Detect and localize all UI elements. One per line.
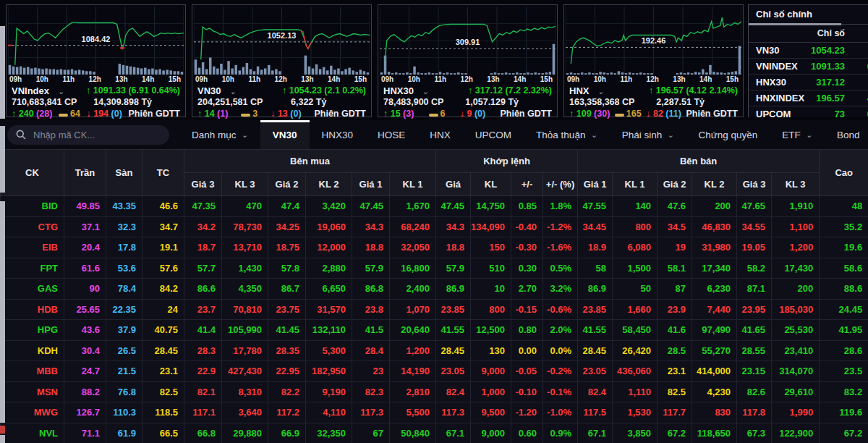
price-cell[interactable]: 31,570 [306, 299, 352, 320]
price-cell[interactable]: 1.8% [543, 196, 578, 217]
price-cell[interactable]: 23.8 [352, 299, 390, 320]
reference-cell[interactable]: 34.7 [142, 216, 184, 237]
price-cell[interactable]: 12,500 [471, 320, 511, 341]
price-cell[interactable]: 48 [820, 196, 868, 217]
price-cell[interactable]: 34.55 [737, 216, 772, 237]
price-cell[interactable]: 130 [471, 340, 511, 361]
board-row-kdh[interactable]: KDH 30.4 26.5 28.45 28.317,78028.355,300… [1, 340, 868, 361]
price-cell[interactable]: 86.8 [352, 279, 390, 300]
ceiling-cell[interactable]: 88.2 [64, 381, 106, 402]
price-cell[interactable]: 0.30 [511, 258, 543, 279]
price-cell[interactable]: 23.85 [436, 299, 471, 320]
price-cell[interactable]: 5,500 [390, 402, 436, 423]
price-cell[interactable]: 2.0% [543, 320, 578, 341]
price-cell[interactable]: 23.05 [436, 361, 471, 382]
price-cell[interactable]: 7,440 [692, 299, 737, 320]
price-cell[interactable]: 34.2 [184, 216, 222, 237]
price-cell[interactable]: 150 [471, 237, 511, 258]
price-cell[interactable]: 105,990 [222, 320, 268, 341]
price-cell[interactable]: 70,810 [222, 299, 268, 320]
floor-cell[interactable]: 22.35 [106, 299, 142, 320]
tab-hnx30[interactable]: HNX30 [310, 120, 366, 149]
price-cell[interactable]: 86.9 [578, 279, 613, 300]
index-row-hnxindex[interactable]: HNXINDEX 196.57 4.12 [749, 90, 868, 106]
price-cell[interactable]: 34.3 [436, 216, 471, 237]
reference-cell[interactable]: 66.5 [142, 423, 184, 443]
price-cell[interactable]: 117.1 [184, 402, 222, 423]
ticker-cell[interactable]: HPG [1, 320, 64, 341]
ceiling-cell[interactable]: 43.6 [64, 320, 106, 341]
price-cell[interactable]: -0.30 [511, 237, 543, 258]
price-cell[interactable]: 82.6 [737, 381, 772, 402]
tab-danh-mục[interactable]: Danh mục⌄ [179, 120, 260, 149]
price-cell[interactable]: 119.6 [820, 402, 868, 423]
ticker-cell[interactable]: FPT [1, 258, 64, 279]
price-cell[interactable]: 4,350 [222, 279, 268, 300]
index-name-dropdown[interactable]: HNX ⌄ [569, 85, 604, 96]
price-cell[interactable]: 1,910 [772, 196, 820, 217]
ceiling-cell[interactable]: 20.4 [64, 237, 106, 258]
price-cell[interactable]: 47.35 [184, 196, 222, 217]
tab-hnx[interactable]: HNX [417, 120, 463, 149]
index-row-vnindex[interactable]: VNINDEX 1091.33 6.91 [749, 59, 868, 75]
price-cell[interactable]: 200 [772, 279, 820, 300]
tab-etf[interactable]: ETF⌄ [770, 120, 825, 149]
ticker-cell[interactable]: KDH [1, 340, 64, 361]
price-cell[interactable]: 34.5 [658, 216, 692, 237]
index-name-dropdown[interactable]: HNX30 ⌄ [383, 85, 429, 96]
price-cell[interactable]: 34.25 [268, 216, 306, 237]
price-cell[interactable]: 47.45 [436, 196, 471, 217]
price-cell[interactable]: 9,500 [471, 402, 511, 423]
ceiling-cell[interactable]: 49.85 [64, 196, 106, 217]
board-row-fpt[interactable]: FPT 61.6 53.6 57.6 57.71,43057.82,88057.… [1, 258, 868, 279]
price-cell[interactable]: 4,230 [692, 381, 737, 402]
price-cell[interactable]: 57.9 [352, 258, 390, 279]
price-cell[interactable]: 117.2 [268, 402, 306, 423]
price-cell[interactable]: 1,500 [613, 258, 658, 279]
col-index-change[interactable]: ◂+/-▸ [845, 25, 868, 42]
price-cell[interactable]: 67.1 [436, 423, 471, 443]
price-cell[interactable]: 67 [352, 423, 390, 443]
price-cell[interactable]: 24.45 [820, 299, 868, 320]
price-cell[interactable]: 9,190 [306, 381, 352, 402]
price-cell[interactable]: 3,420 [306, 196, 352, 217]
reference-cell[interactable]: 118.5 [142, 402, 184, 423]
intraday-chart[interactable]: 309.91 [380, 7, 556, 75]
floor-cell[interactable]: 17.8 [106, 237, 142, 258]
reference-cell[interactable]: 40.75 [142, 320, 184, 341]
price-cell[interactable]: 132,110 [306, 320, 352, 341]
price-cell[interactable]: 19,060 [306, 216, 352, 237]
price-cell[interactable]: 9,000 [471, 423, 511, 443]
tab-thỏa-thuận[interactable]: Thỏa thuận⌄ [524, 120, 610, 149]
price-cell[interactable]: -1.6% [543, 237, 578, 258]
index-chart-panel-vnindex[interactable]: 1084.42 09h10h11h12h13h14h15h VNIndex ⌄ … [6, 4, 186, 117]
price-cell[interactable]: 117.5 [578, 402, 613, 423]
price-cell[interactable]: 41.55 [578, 320, 613, 341]
price-cell[interactable]: 34.45 [578, 216, 613, 237]
price-cell[interactable]: 134,090 [471, 216, 511, 237]
price-cell[interactable]: 82.4 [578, 381, 613, 402]
price-cell[interactable]: 28.55 [737, 340, 772, 361]
ticker-cell[interactable]: CTG [1, 216, 64, 237]
price-cell[interactable]: 122,900 [772, 423, 820, 443]
price-cell[interactable]: 34.3 [352, 216, 390, 237]
search-input[interactable] [32, 129, 150, 141]
price-cell[interactable]: 88.6 [820, 279, 868, 300]
price-cell[interactable]: 87.1 [737, 279, 772, 300]
price-cell[interactable]: 47.6 [658, 196, 692, 217]
price-cell[interactable]: 14,750 [471, 196, 511, 217]
ceiling-cell[interactable]: 71.1 [64, 423, 106, 443]
price-cell[interactable]: 41.4 [184, 320, 222, 341]
price-cell[interactable]: -0.6% [543, 299, 578, 320]
price-cell[interactable]: 19 [658, 237, 692, 258]
tab-hose[interactable]: HOSE [365, 120, 417, 149]
price-cell[interactable]: 414,000 [692, 361, 737, 382]
price-cell[interactable]: 28.35 [268, 340, 306, 361]
price-cell[interactable]: 470 [222, 196, 268, 217]
price-cell[interactable]: 66.9 [268, 423, 306, 443]
reference-cell[interactable]: 84.2 [142, 279, 184, 300]
price-cell[interactable]: 78,730 [222, 216, 268, 237]
price-cell[interactable]: 41.45 [268, 320, 306, 341]
price-cell[interactable]: 23.5 [820, 361, 868, 382]
price-cell[interactable]: 20,640 [390, 320, 436, 341]
